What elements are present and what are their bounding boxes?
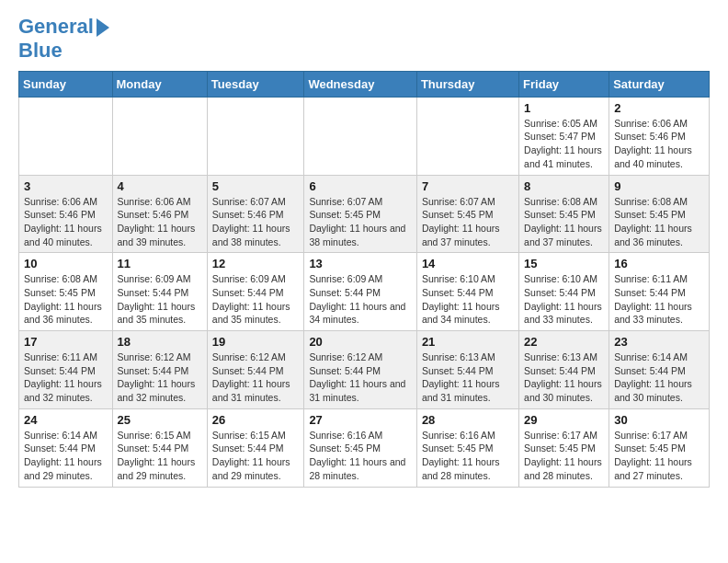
week-row-0: 1Sunrise: 6:05 AM Sunset: 5:47 PM Daylig… <box>19 97 710 175</box>
day-cell: 6Sunrise: 6:07 AM Sunset: 5:45 PM Daylig… <box>304 175 417 253</box>
day-cell: 12Sunrise: 6:09 AM Sunset: 5:44 PM Dayli… <box>207 253 304 331</box>
logo: General Blue <box>18 15 109 63</box>
day-cell: 18Sunrise: 6:12 AM Sunset: 5:44 PM Dayli… <box>112 331 207 409</box>
header-day-sunday: Sunday <box>19 71 113 97</box>
logo-text: General Blue <box>18 15 109 63</box>
day-cell: 7Sunrise: 6:07 AM Sunset: 5:45 PM Daylig… <box>416 175 518 253</box>
day-number: 11 <box>118 257 202 270</box>
day-detail: Sunrise: 6:17 AM Sunset: 5:45 PM Dayligh… <box>614 429 704 483</box>
day-cell <box>304 97 417 175</box>
day-cell: 14Sunrise: 6:10 AM Sunset: 5:44 PM Dayli… <box>416 253 518 331</box>
day-detail: Sunrise: 6:12 AM Sunset: 5:44 PM Dayligh… <box>212 350 300 405</box>
day-number: 5 <box>212 179 300 193</box>
day-detail: Sunrise: 6:06 AM Sunset: 5:46 PM Dayligh… <box>24 195 108 249</box>
day-number: 17 <box>24 335 108 349</box>
calendar-table: SundayMondayTuesdayWednesdayThursdayFrid… <box>18 71 710 488</box>
header: General Blue <box>18 15 710 63</box>
day-detail: Sunrise: 6:12 AM Sunset: 5:44 PM Dayligh… <box>118 350 202 405</box>
day-cell: 29Sunrise: 6:17 AM Sunset: 5:45 PM Dayli… <box>519 408 609 487</box>
day-cell: 27Sunrise: 6:16 AM Sunset: 5:45 PM Dayli… <box>304 408 417 487</box>
day-number: 24 <box>24 413 108 427</box>
day-number: 18 <box>118 335 202 349</box>
day-number: 21 <box>422 335 514 349</box>
day-cell <box>207 97 304 175</box>
day-cell: 9Sunrise: 6:08 AM Sunset: 5:45 PM Daylig… <box>609 175 710 253</box>
day-number: 6 <box>309 179 412 193</box>
day-number: 9 <box>614 179 704 193</box>
day-detail: Sunrise: 6:12 AM Sunset: 5:44 PM Dayligh… <box>309 350 412 405</box>
day-number: 8 <box>524 179 604 193</box>
day-cell: 30Sunrise: 6:17 AM Sunset: 5:45 PM Dayli… <box>609 408 710 487</box>
day-cell: 3Sunrise: 6:06 AM Sunset: 5:46 PM Daylig… <box>19 175 113 253</box>
day-cell: 2Sunrise: 6:06 AM Sunset: 5:46 PM Daylig… <box>609 97 710 175</box>
day-cell: 8Sunrise: 6:08 AM Sunset: 5:45 PM Daylig… <box>519 175 609 253</box>
day-number: 16 <box>614 257 704 270</box>
day-number: 14 <box>422 257 514 270</box>
day-cell: 5Sunrise: 6:07 AM Sunset: 5:46 PM Daylig… <box>207 175 304 253</box>
header-day-thursday: Thursday <box>416 71 518 97</box>
day-cell: 13Sunrise: 6:09 AM Sunset: 5:44 PM Dayli… <box>304 253 417 331</box>
day-cell <box>416 97 518 175</box>
day-cell: 25Sunrise: 6:15 AM Sunset: 5:44 PM Dayli… <box>112 408 207 487</box>
day-detail: Sunrise: 6:15 AM Sunset: 5:44 PM Dayligh… <box>212 429 300 483</box>
day-number: 25 <box>118 413 202 427</box>
day-cell: 4Sunrise: 6:06 AM Sunset: 5:46 PM Daylig… <box>112 175 207 253</box>
day-cell: 24Sunrise: 6:14 AM Sunset: 5:44 PM Dayli… <box>19 408 113 487</box>
day-number: 7 <box>422 179 514 193</box>
day-detail: Sunrise: 6:07 AM Sunset: 5:45 PM Dayligh… <box>309 195 412 249</box>
day-detail: Sunrise: 6:17 AM Sunset: 5:45 PM Dayligh… <box>524 429 604 483</box>
week-row-2: 10Sunrise: 6:08 AM Sunset: 5:45 PM Dayli… <box>19 253 710 331</box>
day-detail: Sunrise: 6:08 AM Sunset: 5:45 PM Dayligh… <box>24 272 108 327</box>
day-number: 20 <box>309 335 412 349</box>
day-detail: Sunrise: 6:14 AM Sunset: 5:44 PM Dayligh… <box>24 429 108 483</box>
day-cell: 1Sunrise: 6:05 AM Sunset: 5:47 PM Daylig… <box>519 97 609 175</box>
day-number: 10 <box>24 257 108 270</box>
day-detail: Sunrise: 6:08 AM Sunset: 5:45 PM Dayligh… <box>614 195 704 249</box>
page-container: General Blue SundayMondayTuesdayWednesda… <box>0 0 728 506</box>
day-cell: 17Sunrise: 6:11 AM Sunset: 5:44 PM Dayli… <box>19 331 113 409</box>
day-number: 26 <box>212 413 300 427</box>
day-cell: 21Sunrise: 6:13 AM Sunset: 5:44 PM Dayli… <box>416 331 518 409</box>
day-detail: Sunrise: 6:07 AM Sunset: 5:45 PM Dayligh… <box>422 195 514 249</box>
day-detail: Sunrise: 6:16 AM Sunset: 5:45 PM Dayligh… <box>422 429 514 483</box>
week-row-4: 24Sunrise: 6:14 AM Sunset: 5:44 PM Dayli… <box>19 408 710 487</box>
day-number: 15 <box>524 257 604 270</box>
header-day-tuesday: Tuesday <box>207 71 304 97</box>
day-number: 19 <box>212 335 300 349</box>
day-cell: 15Sunrise: 6:10 AM Sunset: 5:44 PM Dayli… <box>519 253 609 331</box>
day-cell <box>19 97 113 175</box>
day-detail: Sunrise: 6:05 AM Sunset: 5:47 PM Dayligh… <box>524 117 604 171</box>
day-cell: 19Sunrise: 6:12 AM Sunset: 5:44 PM Dayli… <box>207 331 304 409</box>
header-day-saturday: Saturday <box>609 71 710 97</box>
header-day-friday: Friday <box>519 71 609 97</box>
day-cell: 16Sunrise: 6:11 AM Sunset: 5:44 PM Dayli… <box>609 253 710 331</box>
header-day-wednesday: Wednesday <box>304 71 417 97</box>
week-row-1: 3Sunrise: 6:06 AM Sunset: 5:46 PM Daylig… <box>19 175 710 253</box>
header-day-monday: Monday <box>112 71 207 97</box>
day-number: 2 <box>614 101 704 115</box>
day-cell: 11Sunrise: 6:09 AM Sunset: 5:44 PM Dayli… <box>112 253 207 331</box>
day-cell: 23Sunrise: 6:14 AM Sunset: 5:44 PM Dayli… <box>609 331 710 409</box>
day-number: 23 <box>614 335 704 349</box>
day-detail: Sunrise: 6:09 AM Sunset: 5:44 PM Dayligh… <box>309 272 412 327</box>
day-detail: Sunrise: 6:14 AM Sunset: 5:44 PM Dayligh… <box>614 350 704 405</box>
day-number: 3 <box>24 179 108 193</box>
day-detail: Sunrise: 6:06 AM Sunset: 5:46 PM Dayligh… <box>118 195 202 249</box>
day-number: 29 <box>524 413 604 427</box>
day-cell: 10Sunrise: 6:08 AM Sunset: 5:45 PM Dayli… <box>19 253 113 331</box>
day-number: 30 <box>614 413 704 427</box>
week-row-3: 17Sunrise: 6:11 AM Sunset: 5:44 PM Dayli… <box>19 331 710 409</box>
day-detail: Sunrise: 6:06 AM Sunset: 5:46 PM Dayligh… <box>614 117 704 171</box>
day-number: 12 <box>212 257 300 270</box>
header-row: SundayMondayTuesdayWednesdayThursdayFrid… <box>19 71 710 97</box>
day-detail: Sunrise: 6:11 AM Sunset: 5:44 PM Dayligh… <box>614 272 704 327</box>
day-cell: 20Sunrise: 6:12 AM Sunset: 5:44 PM Dayli… <box>304 331 417 409</box>
day-number: 4 <box>118 179 202 193</box>
day-number: 27 <box>309 413 412 427</box>
day-detail: Sunrise: 6:09 AM Sunset: 5:44 PM Dayligh… <box>212 272 300 327</box>
day-detail: Sunrise: 6:08 AM Sunset: 5:45 PM Dayligh… <box>524 195 604 249</box>
day-number: 28 <box>422 413 514 427</box>
day-detail: Sunrise: 6:10 AM Sunset: 5:44 PM Dayligh… <box>422 272 514 327</box>
day-cell: 26Sunrise: 6:15 AM Sunset: 5:44 PM Dayli… <box>207 408 304 487</box>
day-detail: Sunrise: 6:11 AM Sunset: 5:44 PM Dayligh… <box>24 350 108 405</box>
